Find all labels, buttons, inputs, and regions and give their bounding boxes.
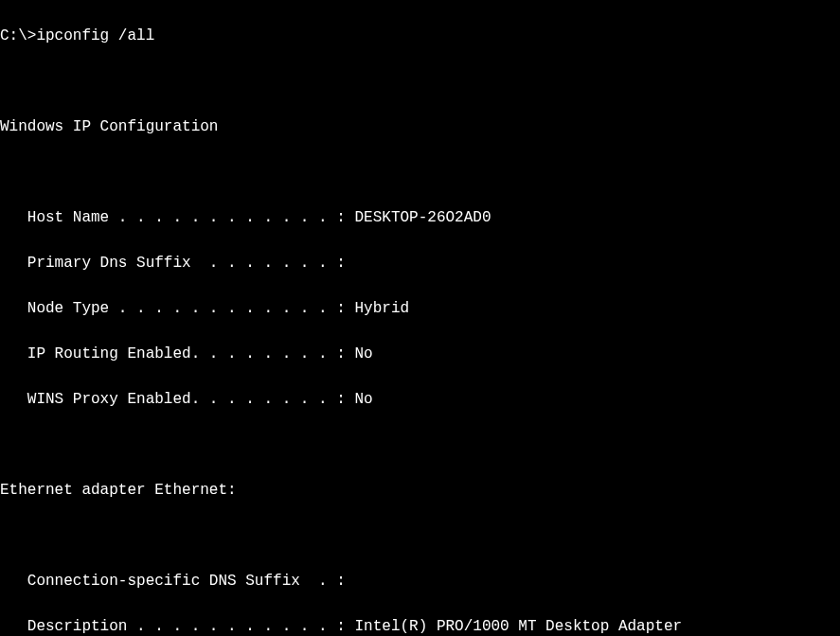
node-type-row: Node Type . . . . . . . . . . . . : Hybr… — [0, 297, 840, 320]
host-name-value: DESKTOP-26O2AD0 — [354, 209, 491, 226]
ip-config-header: Windows IP Configuration — [0, 115, 840, 138]
blank-line — [0, 70, 840, 93]
description-label: Description . . . . . . . . . . . : — [0, 618, 354, 635]
blank-line — [0, 161, 840, 184]
primary-dns-suffix-row: Primary Dns Suffix . . . . . . . : — [0, 252, 840, 274]
primary-dns-suffix-label: Primary Dns Suffix . . . . . . . : — [0, 255, 346, 272]
ip-routing-label: IP Routing Enabled. . . . . . . . : — [0, 345, 354, 362]
connection-dns-suffix-row: Connection-specific DNS Suffix . : — [0, 570, 840, 592]
host-name-label: Host Name . . . . . . . . . . . . : — [0, 209, 354, 226]
ip-routing-row: IP Routing Enabled. . . . . . . . : No — [0, 343, 840, 365]
command-prompt-line: C:\>ipconfig /all — [0, 25, 840, 47]
command: ipconfig /all — [36, 27, 154, 44]
description-row: Description . . . . . . . . . . . : Inte… — [0, 615, 840, 636]
prompt: C:\> — [0, 27, 36, 44]
wins-proxy-row: WINS Proxy Enabled. . . . . . . . : No — [0, 388, 840, 411]
node-type-value: Hybrid — [354, 300, 409, 317]
host-name-row: Host Name . . . . . . . . . . . . : DESK… — [0, 206, 840, 229]
terminal-output: C:\>ipconfig /all Windows IP Configurati… — [0, 2, 840, 636]
wins-proxy-value: No — [354, 391, 372, 408]
wins-proxy-label: WINS Proxy Enabled. . . . . . . . : — [0, 391, 354, 408]
connection-dns-suffix-label: Connection-specific DNS Suffix . : — [0, 573, 346, 590]
node-type-label: Node Type . . . . . . . . . . . . : — [0, 300, 354, 317]
ethernet-header: Ethernet adapter Ethernet: — [0, 479, 840, 502]
description-value: Intel(R) PRO/1000 MT Desktop Adapter — [354, 618, 682, 635]
blank-line — [0, 524, 840, 547]
ip-routing-value: No — [354, 345, 372, 362]
blank-line — [0, 433, 840, 456]
